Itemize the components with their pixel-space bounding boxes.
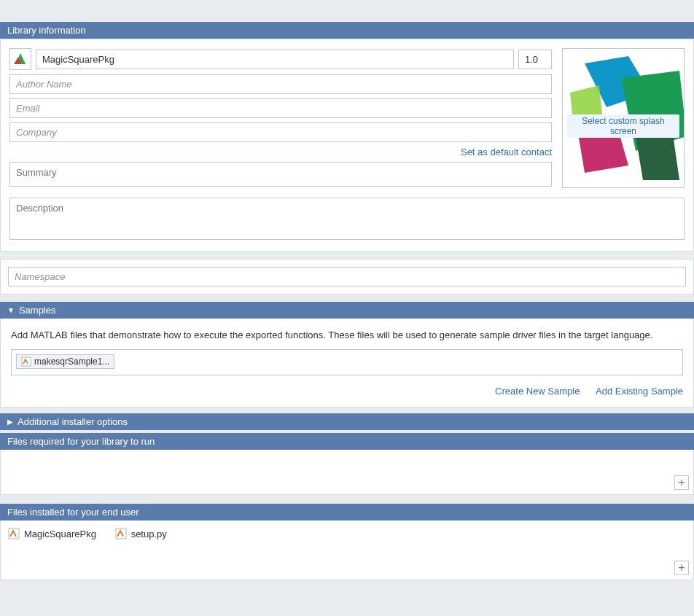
library-info-title: Library information	[7, 25, 86, 36]
installed-files-title: Files installed for your end user	[7, 507, 139, 518]
samples-header[interactable]: ▼ Samples	[0, 302, 694, 319]
email-input[interactable]	[9, 98, 552, 118]
library-name-input[interactable]	[36, 50, 514, 69]
description-textarea[interactable]	[9, 198, 685, 240]
installed-files-area[interactable]: MagicSquarePkg setup.py +	[0, 521, 694, 580]
set-default-contact-link[interactable]: Set as default contact	[461, 147, 552, 157]
required-files-header: Files required for your library to run	[0, 433, 694, 450]
chevron-down-icon: ▼	[7, 306, 15, 314]
company-input[interactable]	[9, 122, 552, 142]
samples-filebox[interactable]: makesqrSample1...	[11, 349, 683, 375]
add-required-file-button[interactable]: +	[674, 475, 689, 490]
splash-screen-selector[interactable]: Select custom splash screen	[562, 48, 685, 188]
namespace-input[interactable]	[8, 267, 686, 286]
package-file-icon	[8, 528, 20, 539]
additional-options-header[interactable]: ▶ Additional installer options	[0, 413, 694, 430]
installed-files-header: Files installed for your end user	[0, 504, 694, 521]
installed-file-name: MagicSquarePkg	[24, 529, 96, 539]
author-name-input[interactable]	[9, 74, 552, 94]
installed-file-item[interactable]: MagicSquarePkg	[8, 528, 96, 539]
sample-file-name: makesqrSample1...	[34, 356, 109, 367]
version-input[interactable]	[518, 50, 552, 69]
chevron-right-icon: ▶	[7, 418, 13, 426]
add-existing-sample-link[interactable]: Add Existing Sample	[596, 386, 683, 397]
samples-title: Samples	[19, 305, 56, 316]
samples-help-text: Add MATLAB files that demonstrate how to…	[11, 329, 683, 342]
library-info-header: Library information	[0, 22, 694, 39]
required-files-area[interactable]: +	[0, 450, 694, 495]
required-files-title: Files required for your library to run	[7, 436, 155, 447]
installed-file-name: setup.py	[131, 529, 167, 539]
python-file-icon	[115, 528, 127, 539]
matlab-file-icon	[21, 356, 31, 367]
additional-options-title: Additional installer options	[17, 416, 128, 427]
sample-file-chip[interactable]: makesqrSample1...	[16, 354, 114, 369]
add-installed-file-button[interactable]: +	[674, 561, 689, 575]
app-icon[interactable]	[9, 48, 31, 70]
installed-file-item[interactable]: setup.py	[115, 528, 167, 539]
create-new-sample-link[interactable]: Create New Sample	[495, 386, 580, 397]
summary-textarea[interactable]	[9, 162, 552, 187]
splash-label: Select custom splash screen	[567, 114, 679, 138]
